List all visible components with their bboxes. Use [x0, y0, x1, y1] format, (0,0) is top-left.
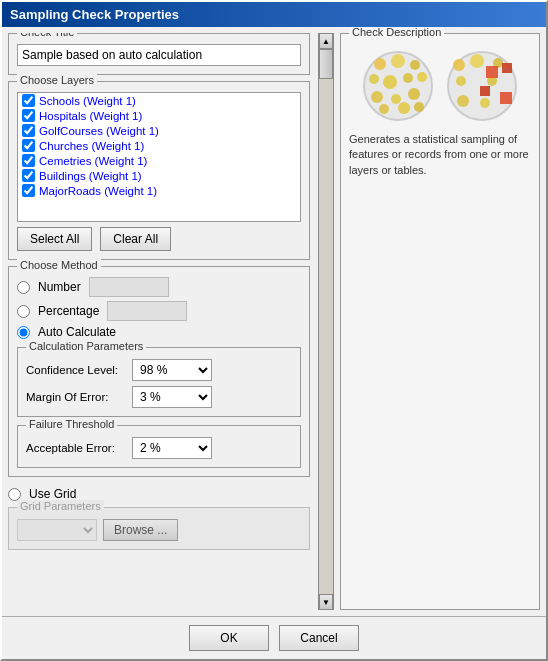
- svg-point-7: [417, 72, 427, 82]
- layer-item-label: MajorRoads (Weight 1): [39, 185, 157, 197]
- method-percentage-row: Percentage: [17, 301, 301, 321]
- svg-point-18: [456, 76, 466, 86]
- use-grid-radio[interactable]: [8, 488, 21, 501]
- grid-params-group: Grid Parameters Browse ...: [8, 507, 310, 550]
- layer-item-label: GolfCourses (Weight 1): [39, 125, 159, 137]
- check-title-input[interactable]: [17, 44, 301, 66]
- check-description-box: Check Description: [340, 33, 540, 610]
- layer-item-label: Buildings (Weight 1): [39, 170, 142, 182]
- acceptable-error-label: Acceptable Error:: [26, 442, 126, 454]
- list-item: Cemetries (Weight 1): [18, 153, 300, 168]
- svg-rect-23: [502, 63, 512, 73]
- failure-threshold-group: Failure Threshold Acceptable Error: 1 %2…: [17, 425, 301, 468]
- scroll-up-arrow[interactable]: ▲: [319, 33, 333, 49]
- dialog-footer: OK Cancel: [2, 616, 546, 659]
- dialog-title-bar: Sampling Check Properties: [2, 2, 546, 27]
- failure-threshold-label: Failure Threshold: [26, 418, 117, 430]
- choose-layers-group: Choose Layers Schools (Weight 1)Hospital…: [8, 81, 310, 260]
- method-number-radio[interactable]: [17, 281, 30, 294]
- svg-point-15: [453, 59, 465, 71]
- confidence-level-select[interactable]: 90 %95 %98 %99 %: [132, 359, 212, 381]
- grid-params-label: Grid Parameters: [17, 500, 104, 512]
- select-all-button[interactable]: Select All: [17, 227, 92, 251]
- svg-point-6: [403, 73, 413, 83]
- clear-all-button[interactable]: Clear All: [100, 227, 171, 251]
- layer-checkbox[interactable]: [22, 94, 35, 107]
- list-item: Buildings (Weight 1): [18, 168, 300, 183]
- svg-point-9: [391, 94, 401, 104]
- check-title-group: Check Title: [8, 33, 310, 75]
- confidence-level-label: Confidence Level:: [26, 364, 126, 376]
- diagram-area: [347, 40, 533, 128]
- svg-point-5: [383, 75, 397, 89]
- svg-point-1: [374, 58, 386, 70]
- layer-item-label: Schools (Weight 1): [39, 95, 136, 107]
- svg-point-8: [371, 91, 383, 103]
- svg-point-3: [410, 60, 420, 70]
- method-percentage-radio[interactable]: [17, 305, 30, 318]
- use-grid-section: Use Grid Grid Parameters Browse ...: [8, 487, 310, 550]
- browse-button: Browse ...: [103, 519, 178, 541]
- layers-list[interactable]: Schools (Weight 1)Hospitals (Weight 1)Go…: [17, 92, 301, 222]
- method-auto-label: Auto Calculate: [38, 325, 116, 339]
- method-percentage-label: Percentage: [38, 304, 99, 318]
- check-description-text: Generates a statistical sampling of feat…: [347, 128, 533, 182]
- choose-layers-label: Choose Layers: [17, 74, 97, 86]
- grid-controls: Browse ...: [17, 519, 301, 541]
- ok-button[interactable]: OK: [189, 625, 269, 651]
- dialog-container: Sampling Check Properties Check Title Ch…: [0, 0, 548, 661]
- svg-rect-25: [480, 86, 490, 96]
- left-panel: Check Title Choose Layers Schools (Weigh…: [8, 33, 312, 610]
- layer-checkbox[interactable]: [22, 124, 35, 137]
- method-number-input[interactable]: [89, 277, 169, 297]
- main-scrollbar[interactable]: ▲ ▼: [318, 33, 334, 610]
- scroll-down-arrow[interactable]: ▼: [319, 594, 333, 610]
- svg-rect-24: [500, 92, 512, 104]
- calc-params-group: Calculation Parameters Confidence Level:…: [17, 347, 301, 417]
- diagram-circle-1: [362, 50, 434, 122]
- method-percentage-input[interactable]: [107, 301, 187, 321]
- layer-checkbox[interactable]: [22, 169, 35, 182]
- layer-item-label: Churches (Weight 1): [39, 140, 144, 152]
- svg-point-20: [457, 95, 469, 107]
- confidence-level-row: Confidence Level: 90 %95 %98 %99 %: [26, 359, 292, 381]
- diagram-circle-2: [446, 50, 518, 122]
- layer-item-label: Hospitals (Weight 1): [39, 110, 142, 122]
- list-item: Churches (Weight 1): [18, 138, 300, 153]
- layer-checkbox[interactable]: [22, 109, 35, 122]
- svg-point-2: [391, 54, 405, 68]
- layer-checkbox[interactable]: [22, 184, 35, 197]
- scroll-track: [319, 79, 333, 594]
- svg-point-13: [414, 102, 424, 112]
- svg-point-4: [369, 74, 379, 84]
- list-item: Hospitals (Weight 1): [18, 108, 300, 123]
- acceptable-error-select[interactable]: 1 %2 %3 %5 %: [132, 437, 212, 459]
- svg-point-21: [480, 98, 490, 108]
- layer-item-label: Cemetries (Weight 1): [39, 155, 147, 167]
- margin-error-label: Margin Of Error:: [26, 391, 126, 403]
- cancel-button[interactable]: Cancel: [279, 625, 359, 651]
- dialog-title-text: Sampling Check Properties: [10, 7, 179, 22]
- svg-point-16: [470, 54, 484, 68]
- check-title-label: Check Title: [17, 33, 77, 38]
- method-auto-radio[interactable]: [17, 326, 30, 339]
- layer-checkbox[interactable]: [22, 139, 35, 152]
- margin-error-select[interactable]: 1 %2 %3 %5 %: [132, 386, 212, 408]
- svg-point-11: [379, 104, 389, 114]
- method-number-label: Number: [38, 280, 81, 294]
- svg-rect-22: [486, 66, 498, 78]
- list-item: Schools (Weight 1): [18, 93, 300, 108]
- layer-buttons-row: Select All Clear All: [17, 227, 301, 251]
- grid-select: [17, 519, 97, 541]
- list-item: MajorRoads (Weight 1): [18, 183, 300, 198]
- layer-checkbox[interactable]: [22, 154, 35, 167]
- right-panel: Check Description: [340, 33, 540, 610]
- choose-method-label: Choose Method: [17, 259, 101, 271]
- method-section: Number Percentage Auto Calculate: [17, 273, 301, 468]
- check-description-label: Check Description: [349, 27, 444, 38]
- scroll-thumb[interactable]: [319, 49, 333, 79]
- calc-params-label: Calculation Parameters: [26, 340, 146, 352]
- dialog-body: Check Title Choose Layers Schools (Weigh…: [2, 27, 546, 616]
- list-item: GolfCourses (Weight 1): [18, 123, 300, 138]
- use-grid-label: Use Grid: [29, 487, 76, 501]
